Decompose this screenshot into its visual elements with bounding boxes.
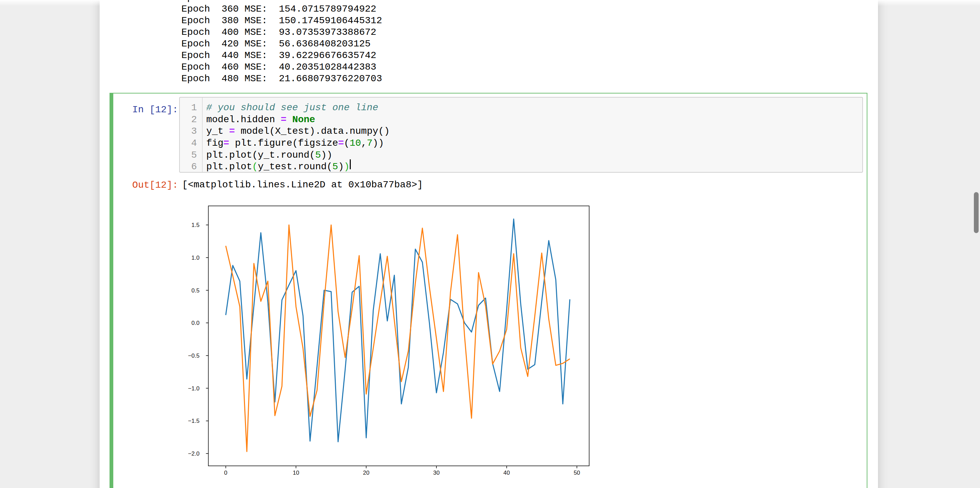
svg-text:1.0: 1.0 bbox=[191, 254, 200, 261]
svg-text:0.0: 0.0 bbox=[191, 320, 200, 327]
svg-text:10: 10 bbox=[293, 470, 299, 476]
svg-text:30: 30 bbox=[433, 470, 440, 476]
svg-text:−0.5: −0.5 bbox=[188, 353, 200, 359]
svg-text:−1.0: −1.0 bbox=[188, 385, 200, 392]
svg-text:50: 50 bbox=[574, 470, 580, 476]
svg-text:0: 0 bbox=[224, 470, 227, 476]
svg-text:1.5: 1.5 bbox=[191, 222, 200, 229]
svg-text:0.5: 0.5 bbox=[191, 287, 200, 294]
svg-text:−1.5: −1.5 bbox=[188, 418, 200, 424]
svg-text:40: 40 bbox=[503, 470, 510, 476]
svg-text:20: 20 bbox=[363, 470, 369, 476]
svg-text:−2.0: −2.0 bbox=[188, 450, 200, 457]
